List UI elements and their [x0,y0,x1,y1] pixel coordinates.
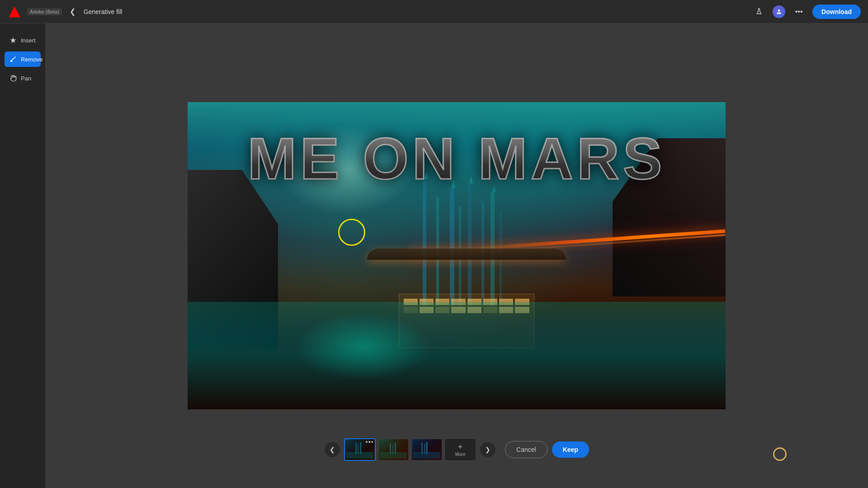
add-more-button[interactable]: + More [444,438,476,461]
discovery-icon[interactable] [753,5,765,18]
next-arrow[interactable]: ❯ [480,441,496,458]
thumbnails-row: + More [344,438,476,461]
main-area: Insert Remove Pan [0,23,868,488]
adobe-logo[interactable] [7,5,22,19]
image-title: ME ON MARS [215,129,699,188]
canvas-image: ME ON MARS [188,102,726,409]
water-area [188,302,726,409]
plus-icon: + [458,443,463,451]
svg-marker-0 [9,6,20,17]
svg-point-1 [778,9,780,11]
canvas-area[interactable]: ME ON MARS ❮ [45,23,868,488]
water-shimmer [295,313,431,380]
pan-label: Pan [21,75,31,82]
insert-icon [9,36,17,44]
keep-button[interactable]: Keep [552,441,589,458]
insert-label: Insert [21,37,36,44]
decorative-circle [773,447,787,461]
thumbnail-2[interactable] [377,438,409,461]
thumbnail-bar: ❮ [324,438,589,461]
building-overhang [367,249,566,260]
svg-rect-18 [346,452,373,459]
svg-rect-23 [380,452,407,459]
ellipsis-icon: ••• [795,8,803,16]
remove-icon [9,55,17,63]
back-button[interactable]: ❮ [67,6,78,17]
thumb-menu-dots [366,441,373,443]
remove-label: Remove [21,56,42,63]
top-bar: Adobe (Beta) ❮ Generative fill ••• Downl… [0,0,868,23]
more-options-icon[interactable]: ••• [793,5,805,18]
left-toolbar: Insert Remove Pan [0,23,45,488]
download-button[interactable]: Download [812,5,861,19]
beta-badge: Adobe (Beta) [27,8,62,15]
user-avatar[interactable] [773,5,785,18]
remove-tool[interactable]: Remove [5,52,41,67]
insert-tool[interactable]: Insert [5,33,41,48]
thumb-preview-3 [412,439,442,460]
topbar-title: Generative fill [84,8,123,15]
cancel-button[interactable]: Cancel [505,441,547,458]
prev-arrow[interactable]: ❮ [324,441,340,458]
thumbnail-3[interactable] [411,438,443,461]
topbar-icons: ••• Download [753,5,861,19]
thumbnail-1[interactable] [344,438,376,461]
more-label: More [455,452,466,457]
pan-tool[interactable]: Pan [5,70,41,86]
svg-rect-28 [413,452,440,459]
pan-icon [9,74,17,82]
action-buttons: Cancel Keep [505,441,589,458]
thumb-preview-2 [378,439,408,460]
